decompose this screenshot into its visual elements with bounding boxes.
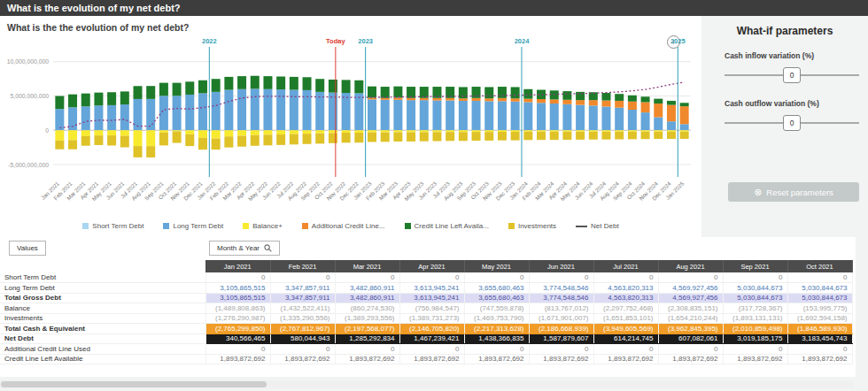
legend-item[interactable]: Credit Line Left Availa...	[405, 222, 489, 230]
table-cell: 0	[593, 344, 658, 355]
table-header-cell[interactable]: Oct 2021	[787, 260, 852, 272]
reset-parameters-label: Reset parameters	[766, 188, 833, 197]
app-header-bar: What is the evolution of my net debt?	[0, 0, 868, 16]
svg-text:-5,000,000,000: -5,000,000,000	[8, 162, 49, 168]
row-label: Additional Credit Line Used	[0, 344, 205, 355]
table-header-cell[interactable]: Aug 2021	[658, 260, 723, 272]
cash-inflow-slider[interactable]: 0	[725, 63, 859, 88]
table-cell: 5,030,844,673	[787, 293, 852, 303]
table-cell: 0	[399, 344, 464, 355]
cash-inflow-label: Cash inflow variation (%)	[725, 51, 859, 60]
values-chip[interactable]: Values	[9, 241, 46, 256]
table-row: Long Term Debt3,105,865,5153,347,857,911…	[0, 283, 852, 294]
table-cell: 0	[205, 272, 270, 283]
horizontal-scrollbar[interactable]	[0, 380, 853, 388]
svg-text:2024: 2024	[515, 37, 531, 45]
table-header-cell[interactable]: Jan 2021	[205, 260, 270, 272]
legend-label: Credit Line Left Availa...	[415, 222, 489, 230]
table-cell: 0	[335, 272, 399, 283]
table-cell: (1,651,853,101)	[593, 313, 658, 324]
table-cell: 3,482,860,911	[335, 283, 399, 294]
legend-item[interactable]: Balance+	[243, 222, 283, 230]
row-label: Investments	[0, 313, 205, 324]
table-cell: 3,613,945,241	[399, 293, 464, 303]
table-header-cell[interactable]: Jun 2021	[529, 260, 593, 272]
net-debt-stacked-bar-chart[interactable]: 10,000,000,0005,000,000,0000-5,000,000,0…	[0, 35, 700, 223]
table-header-cell[interactable]: May 2021	[464, 260, 529, 272]
table-cell: (1,432,522,411)	[270, 303, 335, 314]
table-row: Total Cash & Equivalent(2,765,299,850)(2…	[0, 324, 852, 334]
table-header-cell[interactable]: Mar 2021	[335, 260, 399, 272]
table-cell: 1,893,872,692	[593, 354, 658, 364]
table-cell: 0	[787, 272, 852, 283]
chart-title: What is the the evolution of my net debt…	[7, 22, 189, 33]
legend-item[interactable]: Investments	[508, 222, 556, 230]
table-cell: 1,893,872,692	[205, 354, 270, 364]
svg-text:2023: 2023	[358, 37, 373, 45]
table-cell: (2,186,668,939)	[529, 324, 593, 334]
legend-item[interactable]: Net Debt	[576, 222, 619, 230]
legend-label: Balance+	[252, 222, 283, 230]
legend-color-swatch	[163, 223, 169, 229]
table-cell: 0	[464, 344, 529, 355]
reset-parameters-button[interactable]: ⊗ Reset parameters	[728, 182, 859, 202]
row-label: Balance	[0, 303, 205, 314]
table-cell: (1,469,753,790)	[464, 313, 529, 324]
table-cell: (3,949,605,569)	[593, 324, 658, 334]
legend-label: Short Term Debt	[92, 222, 143, 230]
table-cell: 3,613,945,241	[399, 283, 464, 294]
legend-item[interactable]: Long Term Debt	[163, 222, 223, 230]
table-header-cell[interactable]: Feb 2021	[270, 260, 335, 272]
table-cell: 4,569,927,456	[658, 293, 723, 303]
table-cell: 5,030,844,673	[787, 283, 852, 294]
table-cell: (1,654,210,244)	[658, 313, 723, 324]
app-title: What is the evolution of my net debt?	[7, 3, 181, 13]
cash-outflow-slider[interactable]: 0	[725, 111, 859, 135]
row-label: Total Cash & Equivalent	[0, 324, 205, 334]
table-cell: 1,893,872,692	[464, 354, 529, 364]
what-if-title: What-if parameters	[701, 25, 868, 37]
table-cell: 3,347,857,911	[270, 293, 335, 303]
table-row: Additional Credit Line Used0000000000	[0, 344, 852, 355]
month-year-dimension-chip[interactable]: Month & Year	[209, 241, 280, 256]
what-if-panel: What-if parameters Cash inflow variation…	[701, 16, 868, 237]
row-label: Net Debt	[0, 334, 205, 344]
cash-outflow-label: Cash outflow variation (%)	[725, 99, 859, 108]
table-header-cell[interactable]: Apr 2021	[399, 260, 464, 272]
table-header-cell[interactable]: Sep 2021	[723, 260, 787, 272]
row-label: Total Gross Debt	[0, 293, 205, 303]
table-cell: 3,655,680,463	[464, 283, 529, 294]
table-cell: (2,146,705,820)	[399, 324, 464, 334]
table-cell: (1,893,131,131)	[723, 313, 787, 324]
table-row: Total Gross Debt3,105,865,5153,347,857,9…	[0, 293, 852, 303]
row-label: Credit Line Left Available	[0, 354, 205, 364]
legend-label: Net Debt	[591, 222, 619, 230]
table-cell: (1,335,290,556)	[270, 313, 335, 324]
table-cell: 614,214,745	[593, 334, 658, 344]
cash-inflow-slider-handle[interactable]: 0	[783, 67, 801, 83]
table-cell: 3,105,865,515	[205, 293, 270, 303]
svg-text:Today: Today	[326, 37, 345, 45]
table-cell: (756,984,547)	[399, 303, 464, 314]
table-cell: 1,467,239,421	[399, 334, 464, 344]
table-cell: 0	[205, 344, 270, 355]
table-cell: 3,482,860,911	[335, 293, 399, 303]
table-cell: (2,217,313,628)	[464, 324, 529, 334]
legend-line-swatch	[576, 226, 587, 227]
table-cell: (2,765,299,850)	[205, 324, 270, 334]
cash-inflow-group: Cash inflow variation (%) 0	[725, 51, 859, 88]
legend-item[interactable]: Additional Credit Line...	[302, 222, 385, 230]
table-cell: 3,347,857,911	[270, 283, 335, 294]
table-cell: 0	[593, 272, 658, 283]
table-cell: 0	[529, 272, 593, 283]
cash-outflow-slider-handle[interactable]: 0	[783, 115, 801, 131]
chart-legend: Short Term DebtLong Term DebtBalance+Add…	[0, 222, 701, 230]
table-header-cell[interactable]: Jul 2021	[593, 260, 658, 272]
legend-item[interactable]: Short Term Debt	[82, 222, 143, 230]
svg-text:2022: 2022	[202, 37, 217, 45]
scrollbar-thumb[interactable]	[1, 381, 267, 387]
table-cell: 1,893,872,692	[658, 354, 723, 364]
table-cell: 1,893,872,692	[787, 354, 852, 364]
table-cell: (153,995,775)	[787, 303, 852, 314]
table-cell: 3,183,454,743	[787, 334, 852, 344]
